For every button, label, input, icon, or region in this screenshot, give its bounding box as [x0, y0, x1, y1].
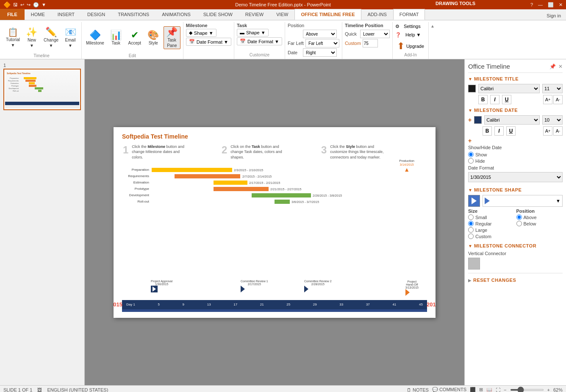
tab-file[interactable]: FILE: [0, 9, 25, 20]
accept-btn[interactable]: ✔ Accept: [126, 30, 143, 46]
email-btn[interactable]: 📧 Email ▼: [62, 27, 79, 49]
panel-pin-icon[interactable]: 📌: [549, 64, 556, 70]
above-select[interactable]: Above Below: [303, 30, 337, 38]
upgrade-btn[interactable]: ⬆ Upgrade: [395, 40, 426, 53]
milestone-title-bold-btn[interactable]: B: [478, 95, 488, 104]
milestone-date-color[interactable]: [474, 116, 482, 124]
slide-thumbnail[interactable]: Softpedia Test Timeline Preparation Requ…: [3, 69, 81, 110]
above-radio-label[interactable]: Above: [516, 214, 563, 220]
milestone-connector-triangle: ▼: [468, 244, 472, 248]
milestone-date-font-decrease-btn[interactable]: A-: [553, 126, 563, 136]
quick-select[interactable]: Lower Upper Middle: [360, 30, 390, 38]
ribbon-expand-btn[interactable]: ▲: [429, 22, 435, 59]
below-radio-label[interactable]: Below: [516, 221, 563, 226]
hide-radio-label[interactable]: Hide: [468, 158, 563, 164]
tab-transitions[interactable]: TRANSITIONS: [111, 9, 155, 20]
regular-radio[interactable]: [468, 221, 474, 226]
task-pane-btn[interactable]: 📌 Task Pane: [164, 26, 180, 49]
custom-input[interactable]: [363, 39, 378, 47]
preparation-date: 2/3/2015 - 2/10/2015: [234, 168, 263, 172]
regular-label: Regular: [475, 221, 492, 226]
minimize-btn[interactable]: —: [538, 2, 543, 8]
tab-animations[interactable]: ANIMATIONS: [155, 9, 197, 20]
custom-size-radio[interactable]: [468, 234, 474, 239]
slide[interactable]: Softpedia Test Timeline 1 Click the Mile…: [114, 127, 436, 318]
addon-section: ⚙ Settings ❓ Help ▼ ⬆ Upgrade Add-In: [393, 22, 429, 59]
new-btn[interactable]: ✨ New ▼: [23, 27, 40, 49]
large-radio-label[interactable]: Large: [468, 227, 515, 233]
milestone-title-font-decrease-btn[interactable]: A-: [553, 95, 563, 104]
milestone-title-font-increase-btn[interactable]: A+: [543, 95, 552, 104]
change-btn[interactable]: ✏️ Change ▼: [42, 27, 60, 49]
milestone-btn[interactable]: 🔷 Milestone: [84, 30, 106, 46]
small-radio[interactable]: [468, 214, 474, 220]
tab-insert[interactable]: INSERT: [51, 9, 81, 20]
panel-close-icon[interactable]: ✕: [558, 64, 563, 70]
milestone-title-font-select[interactable]: Calibri Arial: [478, 84, 540, 93]
tab-design[interactable]: DESIGN: [81, 9, 111, 20]
tab-review[interactable]: REVIEW: [239, 9, 270, 20]
help-btn[interactable]: ?: [530, 2, 533, 8]
view-normal-btn[interactable]: ⬛: [470, 387, 476, 392]
tab-office-timeline[interactable]: OFFICE TIMELINE FREE: [294, 9, 361, 20]
sign-in-btn[interactable]: Sign in: [541, 11, 566, 20]
below-radio[interactable]: [516, 221, 522, 226]
edit-buttons: 🔷 Milestone 📊 Task ✔ Accept 🎨 Style 📌 Ta…: [84, 22, 180, 53]
help-addon-btn[interactable]: Help ▼: [403, 31, 424, 38]
large-radio[interactable]: [468, 227, 474, 233]
zoom-in-btn[interactable]: +: [547, 387, 550, 392]
milestone-title-italic-btn[interactable]: I: [490, 95, 499, 104]
task-shape-icon: ▬: [240, 30, 244, 35]
close-btn[interactable]: ✕: [559, 2, 563, 8]
milestone-committee1: Committee Review 1 2/17/2015: [241, 280, 268, 292]
maximize-btn[interactable]: ⬜: [548, 2, 554, 8]
tab-view[interactable]: VIEW: [270, 9, 294, 20]
tutorial-btn[interactable]: 📋 Tutorial ▼: [4, 27, 22, 48]
comments-btn[interactable]: 💬 COMMENTS: [432, 387, 466, 392]
show-radio[interactable]: [468, 152, 474, 157]
tab-addins[interactable]: ADD-INS: [361, 9, 393, 20]
task-row-preparation: Preparation 2/3/2015 - 2/10/2015: [122, 167, 427, 172]
thumbnail-panel: 1 Softpedia Test Timeline Preparation Re…: [0, 59, 85, 385]
show-radio-label[interactable]: Show: [468, 152, 563, 157]
milestone-shape-btn[interactable]: ◆ Shape ▼: [186, 29, 216, 37]
task-btn[interactable]: 📊 Task: [108, 30, 125, 46]
zoom-out-btn[interactable]: −: [504, 387, 506, 392]
view-fullscreen-btn[interactable]: ⛶: [496, 387, 500, 392]
shape-dropdown[interactable]: ▼: [483, 195, 563, 207]
small-radio-label[interactable]: Small: [468, 214, 515, 220]
milestone-date-size-select[interactable]: 10 11 12: [542, 115, 563, 125]
view-slide-btn[interactable]: ⊞: [479, 387, 483, 392]
milestone-date-italic-btn[interactable]: I: [494, 126, 504, 136]
milestone-title-size-select[interactable]: 11 10 12: [542, 84, 563, 93]
tab-format[interactable]: FORMAT: [393, 9, 425, 20]
milestone-date-font-select[interactable]: Calibri Arial: [484, 115, 540, 125]
tab-slideshow[interactable]: SLIDE SHOW: [197, 9, 239, 20]
regular-radio-label[interactable]: Regular: [468, 221, 515, 226]
milestone-title-underline-btn[interactable]: U: [502, 95, 511, 104]
above-radio[interactable]: [516, 214, 522, 220]
task-shape-btn[interactable]: ▬ Shape ▼: [237, 29, 269, 36]
zoom-slider[interactable]: [510, 389, 544, 391]
far-left-select[interactable]: Far Left Left Right: [305, 39, 339, 47]
milestone-date-bold-btn[interactable]: B: [483, 126, 492, 136]
vertical-connector-label: Vertical Connector: [468, 251, 563, 256]
custom-size-radio-label[interactable]: Custom: [468, 234, 515, 239]
style-btn[interactable]: 🎨 Style: [145, 30, 162, 46]
date-format-select[interactable]: 1/30/2015 Jan 30, 2015 January 30, 2015: [468, 172, 563, 182]
task-date-format-btn[interactable]: 📅 Date Format ▼: [237, 37, 282, 45]
tab-home[interactable]: HOME: [25, 9, 51, 20]
view-reading-btn[interactable]: 📖: [486, 387, 492, 392]
milestone-date-format-btn[interactable]: 📅 Date Format ▼: [186, 38, 231, 46]
right-select[interactable]: Right Left Above: [303, 48, 337, 57]
hide-radio[interactable]: [468, 158, 474, 164]
milestone-customize-section: Milestone ◆ Shape ▼ 📅 Date Format ▼: [183, 22, 234, 59]
milestone-title-color[interactable]: [468, 85, 476, 92]
milestone-date-font-increase-btn[interactable]: A+: [543, 126, 552, 136]
reset-changes-btn[interactable]: ▶ RESET CHANGES: [468, 276, 563, 284]
milestone-date-underline-btn[interactable]: U: [506, 126, 516, 136]
rollout-date: 3/6/2015 - 3/7/2015: [291, 200, 319, 204]
rollout-bar: [275, 200, 290, 204]
settings-btn[interactable]: Settings: [401, 23, 423, 30]
notes-btn[interactable]: 🗒 NOTES: [407, 387, 429, 392]
